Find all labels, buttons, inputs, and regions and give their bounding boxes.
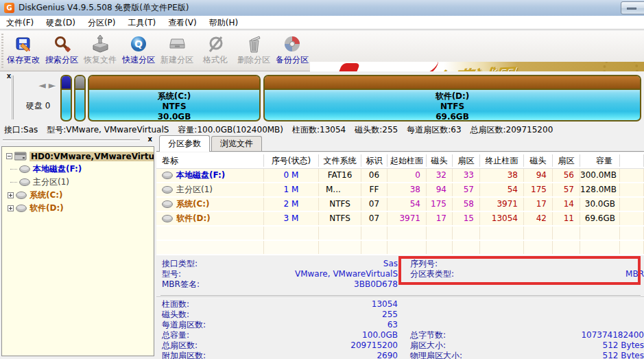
table-row[interactable]: 软件(D:) 3 M NTFS 07 3971 17 15 13054 42 1… (156, 212, 644, 227)
save-changes-button[interactable]: 保存更改 (4, 32, 43, 71)
col-header-filesystem[interactable]: 文件系统 (319, 154, 361, 167)
menu-help[interactable]: 帮助(H) (203, 16, 244, 30)
cell-start-cyl: 0 (387, 169, 427, 182)
cell-end-head: 94 (524, 169, 553, 182)
window-title: DiskGenius V4.9.5.508 免费版(单文件PE版) (19, 2, 189, 14)
partition-c-size: 30.0GB (89, 112, 259, 121)
cell-end-sector: 57 (553, 183, 580, 196)
cell-end-head: 42 (524, 212, 553, 225)
tree-item-software-d[interactable]: 软件(D:) (2, 202, 154, 215)
label-physical-sector-size: 物理扇区大小: (410, 351, 462, 359)
partition-block-extended[interactable] (74, 75, 86, 121)
expand-icon[interactable] (8, 205, 14, 211)
tree-item-label: 主分区(1) (33, 176, 69, 188)
value-interface-type: Sas (198, 259, 398, 269)
col-header-end-cyl[interactable]: 终止柱面 (480, 154, 524, 167)
tree-item-system-c[interactable]: 系统(C:) (2, 189, 154, 202)
menu-disk[interactable]: 硬盘(D) (40, 16, 82, 30)
menu-view[interactable]: 查看(V) (162, 16, 203, 30)
col-header-start-head[interactable]: 磁头 (427, 154, 453, 167)
col-header-start-sector[interactable]: 扇区 (453, 154, 480, 167)
expand-icon[interactable] (8, 192, 14, 198)
tree-root-hd0[interactable]: HD0:VMware,VMwareVirtualS (2, 150, 154, 163)
table-row-empty (156, 227, 644, 241)
table-header-row: 卷标 序号(状态) 文件系统 标识 起始柱面 磁头 扇区 终止柱面 磁头 扇区 … (156, 152, 644, 169)
cell-fs: NTFS (319, 198, 361, 211)
cell-end-cyl: 13054 (480, 212, 524, 225)
label-extra-sectors: 附加扇区数: (162, 351, 206, 359)
minimize-icon (627, 8, 636, 10)
cell-end-cyl: 3971 (480, 198, 524, 211)
table-row[interactable]: 本地磁盘(F:) 0 M FAT16 06 0 32 33 38 94 56 3… (156, 169, 644, 183)
value-extra-sectors: 2690 (206, 351, 398, 359)
table-row[interactable]: 系统(C:) 2 M NTFS 07 54 175 58 3971 17 14 … (156, 198, 644, 212)
disk-bar-panel: x ◄► 硬盘 0 系统(C:) NTFS 30.0GB 软件(D:) NTFS… (0, 71, 644, 124)
quick-partition-button[interactable]: Q 快速分区 (119, 32, 158, 71)
cell-start-cyl: 38 (387, 183, 427, 196)
format-label: 格式化 (203, 54, 228, 66)
info-capacity: 容量:100.0GB(102400MB) (178, 124, 283, 135)
toolbar-grip[interactable] (1, 34, 3, 69)
label-interface-type: 接口类型: (162, 259, 198, 269)
partition-block-fat16[interactable] (60, 75, 72, 121)
tree-item-label: 系统(C:) (29, 189, 63, 201)
tree-panel-close-icon[interactable]: x (148, 135, 152, 143)
tree-panel-grip[interactable] (3, 139, 140, 141)
search-partition-button[interactable]: 搜索分区 (43, 32, 81, 71)
backup-partition-button[interactable]: 备份分区 (273, 32, 311, 71)
menu-partition[interactable]: 分区(P) (82, 16, 122, 30)
label-sector-size: 扇区大小: (410, 340, 446, 351)
value-mbr-signature: 3BB0D678 (200, 279, 398, 290)
cell-capacity: 128.0MB (580, 183, 620, 196)
tree-item-primary-partition[interactable]: 主分区(1) (2, 176, 154, 189)
tab-browse-files[interactable]: 浏览文件 (211, 136, 262, 151)
disk-nav-arrows: ◄► (38, 80, 59, 91)
diskbar-grip[interactable] (11, 76, 14, 119)
col-header-capacity[interactable]: 容量 (580, 154, 620, 167)
table-row[interactable]: 主分区(1) 1 M M... FF 38 94 57 54 175 57 12… (156, 183, 644, 198)
label-partition-table-type: 分区表类型: (410, 269, 454, 279)
col-header-id[interactable]: 标识 (361, 154, 387, 167)
label-total-capacity: 总容量: (162, 330, 189, 340)
delete-partition-label: 删除分区 (237, 54, 270, 66)
tab-partition-parameters[interactable]: 分区参数 (159, 135, 210, 152)
cell-id: 06 (361, 169, 387, 182)
partition-band (75, 76, 84, 90)
disk-icon (16, 192, 27, 199)
disk-icon (19, 178, 30, 186)
disk-label: 硬盘 0 (26, 100, 50, 112)
next-disk-arrow[interactable]: ► (49, 80, 59, 91)
collapse-icon[interactable] (6, 153, 12, 159)
disk-summary-section: 接口类型:Sas 序列号: 型号:VMware, VMwareVirtualS … (156, 255, 644, 295)
col-header-volume[interactable]: 卷标 (156, 154, 264, 167)
format-button[interactable]: 格式化 (196, 32, 235, 71)
tree-item-local-disk-f[interactable]: 本地磁盘(F:) (2, 163, 154, 176)
minimize-button[interactable] (621, 1, 644, 14)
partition-block-c[interactable]: 系统(C:) NTFS 30.0GB (88, 75, 261, 121)
col-header-end-head[interactable]: 磁头 (524, 154, 553, 167)
cell-end-cyl: 54 (480, 183, 524, 196)
recover-files-button[interactable]: 恢复文件 (81, 32, 119, 71)
format-icon (206, 34, 225, 54)
cell-id: FF (361, 183, 387, 196)
info-interface: 接口:Sas (4, 124, 38, 135)
partition-detail-panel: 分区参数 浏览文件 卷标 序号(状态) 文件系统 标识 起始柱面 磁头 扇区 终… (156, 135, 644, 359)
delete-partition-button[interactable]: 删除分区 (235, 32, 273, 71)
new-partition-button[interactable]: 新建分区 (158, 32, 196, 71)
col-header-start-cyl[interactable]: 起始柱面 (387, 154, 427, 167)
col-header-seq-status[interactable]: 序号(状态) (264, 154, 319, 167)
title-bar: G DiskGenius V4.9.5.508 免费版(单文件PE版) (0, 0, 644, 16)
partition-band (265, 76, 640, 90)
cell-start-sector: 57 (453, 183, 480, 196)
menu-file[interactable]: 文件(F) (0, 16, 40, 30)
col-header-end-sector[interactable]: 扇区 (553, 154, 580, 167)
new-partition-icon (167, 34, 187, 54)
menu-tools[interactable]: 工具(T) (121, 16, 162, 30)
partition-block-d[interactable]: 软件(D:) NTFS 69.6GB (263, 75, 641, 121)
disk-icon (16, 205, 27, 212)
cell-volume: 软件(D:) (176, 212, 211, 225)
partition-c-name: 系统(C:) (89, 91, 259, 102)
partition-table: 卷标 序号(状态) 文件系统 标识 起始柱面 磁头 扇区 终止柱面 磁头 扇区 … (156, 152, 644, 255)
tab-bar: 分区参数 浏览文件 (156, 135, 644, 152)
prev-disk-arrow[interactable]: ◄ (38, 80, 49, 91)
